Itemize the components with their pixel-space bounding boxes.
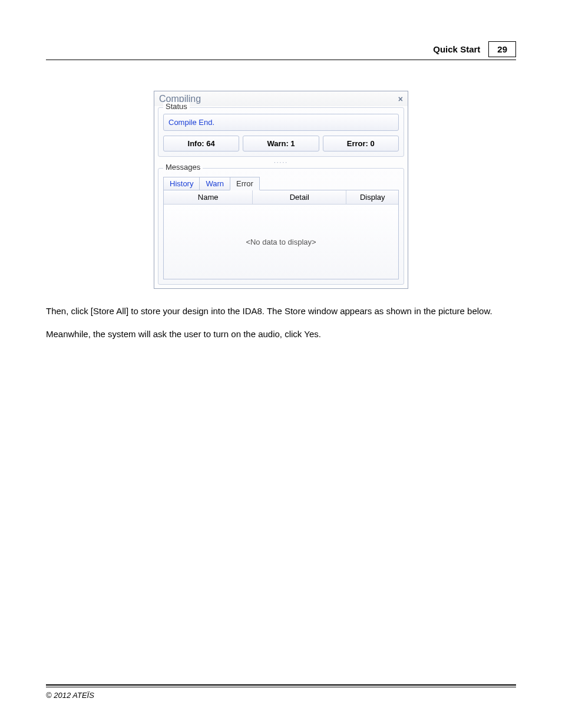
copyright: © 2012 ATEÏS — [46, 691, 516, 700]
tab-history[interactable]: History — [163, 177, 200, 190]
footer-rule-thin — [46, 687, 516, 687]
paragraph-2: Meanwhile, the system will ask the user … — [46, 327, 516, 341]
warn-count: Warn: 1 — [243, 136, 319, 151]
compiling-dialog: Compiling × Status Compile End. Info: 64… — [154, 91, 408, 289]
grid-empty-text: <No data to display> — [164, 205, 398, 279]
tab-warn[interactable]: Warn — [199, 177, 230, 190]
messages-group: Messages History Warn Error Name Detail … — [158, 168, 404, 285]
column-name[interactable]: Name — [164, 190, 253, 204]
error-count: Error: 0 — [323, 136, 399, 151]
page-header: Quick Start 29 — [46, 41, 516, 57]
footer-rule-thick — [46, 684, 516, 686]
messages-grid: Name Detail Display <No data to display> — [163, 190, 399, 279]
dialog-titlebar: Compiling × — [154, 91, 408, 106]
column-display[interactable]: Display — [346, 190, 398, 204]
compile-status-message: Compile End. — [163, 114, 399, 131]
close-icon[interactable]: × — [398, 94, 403, 104]
header-rule — [46, 60, 516, 60]
section-title: Quick Start — [433, 44, 480, 54]
page-number: 29 — [488, 41, 516, 57]
messages-group-label: Messages — [163, 163, 203, 172]
page-footer: © 2012 ATEÏS — [46, 684, 516, 700]
status-group-label: Status — [163, 102, 190, 111]
tab-error[interactable]: Error — [230, 177, 260, 190]
status-group: Status Compile End. Info: 64 Warn: 1 Err… — [158, 107, 404, 157]
info-count: Info: 64 — [163, 136, 239, 151]
grid-header: Name Detail Display — [164, 190, 398, 205]
column-detail[interactable]: Detail — [253, 190, 346, 204]
messages-tabs: History Warn Error — [163, 177, 399, 190]
paragraph-1: Then, click [Store All] to store your de… — [46, 304, 516, 318]
